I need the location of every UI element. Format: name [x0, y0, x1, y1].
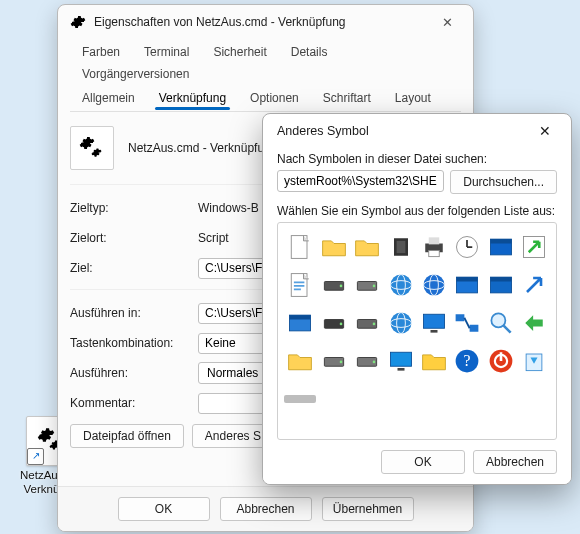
svg-point-33 [339, 323, 342, 326]
icon-grid-scrollbar[interactable] [284, 395, 316, 403]
tab-farben[interactable]: Farben [70, 41, 132, 63]
icon-grid[interactable]: ? [277, 222, 557, 440]
ok-button[interactable]: OK [118, 497, 210, 521]
svg-rect-40 [430, 330, 437, 333]
globe-blue-icon[interactable] [418, 267, 449, 303]
recycle-icon[interactable] [519, 343, 550, 379]
window-title: Eigenschaften von NetzAus.cmd - Verknüpf… [94, 15, 425, 29]
connection-icon[interactable] [452, 305, 483, 341]
svg-rect-31 [290, 315, 311, 319]
folder-icon[interactable] [284, 343, 316, 379]
value-zielort: Script [198, 231, 229, 245]
dialog-footer: OK Abbrechen Übernehmen [58, 486, 473, 531]
help-icon[interactable]: ? [452, 343, 483, 379]
drive-icon[interactable] [351, 267, 382, 303]
svg-rect-27 [457, 277, 478, 281]
titlebar-icon [70, 14, 86, 30]
svg-point-17 [339, 285, 342, 288]
folder-icon[interactable] [318, 229, 349, 265]
close-button[interactable]: ✕ [425, 7, 469, 37]
svg-text:?: ? [464, 352, 471, 369]
icon-picker-titlebar[interactable]: Anderes Symbol ✕ [263, 114, 571, 148]
label-ziel: Ziel: [70, 261, 198, 275]
svg-point-23 [423, 275, 444, 296]
settings-window-icon[interactable] [452, 267, 483, 303]
monitor-icon[interactable] [385, 343, 416, 379]
icon-ok-button[interactable]: OK [381, 450, 465, 474]
hard-drive-icon[interactable] [318, 267, 349, 303]
svg-rect-5 [429, 251, 440, 257]
icon-picker-dialog: Anderes Symbol ✕ Nach Symbolen in dieser… [262, 113, 572, 485]
blank-document-icon[interactable] [284, 229, 316, 265]
power-icon[interactable] [485, 343, 516, 379]
svg-rect-42 [470, 325, 479, 332]
green-arrows-icon[interactable] [519, 305, 550, 341]
tab-sicherheit[interactable]: Sicherheit [201, 41, 278, 63]
app-window-icon[interactable] [284, 305, 316, 341]
tab-allgemein[interactable]: Allgemein [70, 87, 147, 109]
label-kommentar: Kommentar: [70, 396, 198, 410]
svg-rect-29 [490, 277, 511, 281]
clock-icon[interactable] [452, 229, 483, 265]
text-document-icon[interactable] [284, 267, 316, 303]
arrow-out-icon[interactable] [519, 267, 550, 303]
globe-icon[interactable] [385, 267, 416, 303]
svg-rect-10 [490, 239, 511, 243]
svg-rect-51 [397, 368, 404, 371]
icon-path-input[interactable] [277, 170, 444, 192]
label-zieltyp: Zieltyp: [70, 201, 198, 215]
svg-point-36 [390, 313, 411, 334]
icon-picker-close-button[interactable]: ✕ [523, 117, 567, 145]
label-ausfuehren-in: Ausführen in: [70, 306, 198, 320]
svg-point-19 [373, 285, 376, 288]
svg-rect-2 [396, 241, 405, 253]
tab-optionen[interactable]: Optionen [238, 87, 311, 109]
tabstrip-2: AllgemeinVerknüpfungOptionenSchriftartLa… [58, 85, 473, 109]
label-tastenkombi: Tastenkombination: [70, 336, 198, 350]
icon-cancel-button[interactable]: Abbrechen [473, 450, 557, 474]
svg-rect-13 [294, 282, 305, 284]
svg-line-43 [465, 318, 470, 329]
network-globe-icon[interactable] [385, 305, 416, 341]
window-icon[interactable] [485, 229, 516, 265]
tab-vorgängerversionen[interactable]: Vorgängerversionen [70, 63, 201, 85]
drive-icon[interactable] [318, 343, 349, 379]
svg-rect-15 [294, 289, 301, 291]
tab-layout[interactable]: Layout [383, 87, 443, 109]
open-path-button[interactable]: Dateipfad öffnen [70, 424, 184, 448]
tab-verknüpfung[interactable]: Verknüpfung [147, 87, 238, 109]
svg-rect-14 [294, 285, 305, 287]
icon-picker-title: Anderes Symbol [277, 124, 523, 138]
folder-open-icon[interactable] [351, 229, 382, 265]
chip-icon[interactable] [385, 229, 416, 265]
floppy-icon[interactable] [318, 305, 349, 341]
item-icon [70, 126, 114, 170]
svg-point-35 [373, 323, 376, 326]
printer-icon[interactable] [418, 229, 449, 265]
value-zieltyp: Windows-B [198, 201, 259, 215]
item-name: NetzAus.cmd - Verknüpfung [128, 141, 277, 155]
picture-frame-icon[interactable] [485, 267, 516, 303]
svg-point-47 [339, 361, 342, 364]
drive-icon[interactable] [351, 343, 382, 379]
svg-rect-50 [390, 352, 411, 366]
apply-button[interactable]: Übernehmen [322, 497, 414, 521]
search-label: Nach Symbolen in dieser Datei suchen: [277, 152, 557, 166]
browse-button[interactable]: Durchsuchen... [450, 170, 557, 194]
folder-yellow-icon[interactable] [418, 343, 449, 379]
magnifier-icon[interactable] [485, 305, 516, 341]
shortcut-overlay-icon: ↗ [27, 448, 44, 465]
shortcut-overlay-icon[interactable] [519, 229, 550, 265]
tab-details[interactable]: Details [279, 41, 340, 63]
cancel-button[interactable]: Abbrechen [220, 497, 312, 521]
drive-remove-icon[interactable] [351, 305, 382, 341]
titlebar[interactable]: Eigenschaften von NetzAus.cmd - Verknüpf… [58, 5, 473, 39]
tab-terminal[interactable]: Terminal [132, 41, 201, 63]
tab-schriftart[interactable]: Schriftart [311, 87, 383, 109]
label-zielort: Zielort: [70, 231, 198, 245]
tabstrip: FarbenTerminalSicherheitDetailsVorgänger… [58, 39, 473, 85]
monitor-blue-icon[interactable] [418, 305, 449, 341]
svg-rect-39 [423, 314, 444, 328]
svg-line-45 [503, 326, 510, 333]
svg-rect-41 [456, 314, 465, 321]
